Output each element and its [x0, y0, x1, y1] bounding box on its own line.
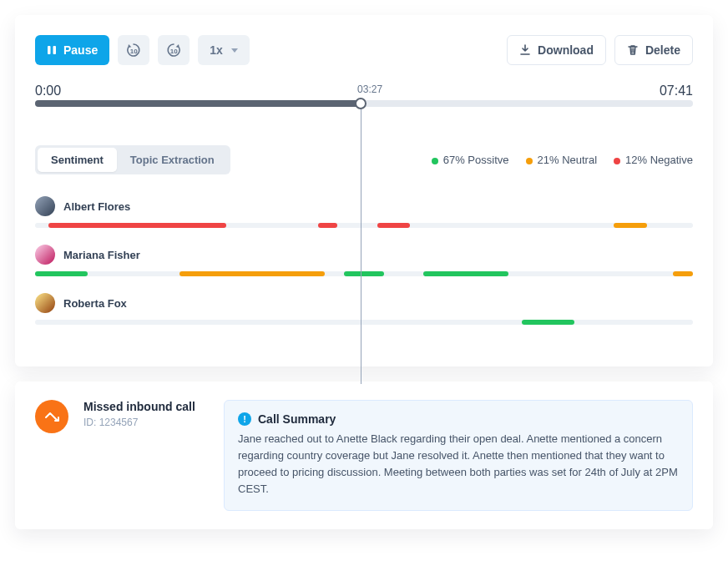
sentiment-segment	[35, 271, 88, 276]
speaker-head: Roberta Fox	[35, 293, 693, 313]
sentiment-lane	[35, 320, 693, 325]
speakers-list: Albert FloresMariana FisherRoberta Fox	[35, 196, 693, 325]
analysis-tabs-row: Sentiment Topic Extraction 67% Possitve …	[35, 145, 693, 174]
missed-call-title: Missed inbound call	[83, 400, 209, 413]
sentiment-segment	[48, 223, 226, 228]
speaker-name: Roberta Fox	[63, 297, 127, 310]
sentiment-segment	[614, 223, 646, 228]
skip-back-button[interactable]: 10	[118, 35, 149, 65]
sentiment-segment	[377, 223, 410, 228]
legend-neutral: 21% Neutral	[526, 154, 598, 166]
time-labels: 0:00 03:27 07:41	[35, 83, 693, 95]
player-toolbar: Pause 10 10 1x Download	[35, 35, 693, 65]
skip-forward-button[interactable]: 10	[158, 35, 190, 65]
avatar	[35, 196, 55, 216]
missed-call-meta: Missed inbound call ID: 1234567	[83, 400, 209, 428]
dot-positive-icon	[432, 158, 438, 164]
summary-heading: Call Summary	[258, 412, 336, 426]
info-icon: !	[238, 412, 251, 426]
time-end: 07:41	[660, 83, 693, 99]
dot-neutral-icon	[526, 158, 533, 164]
timeline-block: Sentiment Topic Extraction 67% Possitve …	[35, 100, 693, 325]
speed-select[interactable]: 1x	[198, 35, 250, 65]
pause-icon	[47, 45, 57, 55]
sentiment-segment	[344, 271, 383, 276]
avatar	[35, 245, 55, 265]
download-label: Download	[538, 43, 594, 57]
pause-button[interactable]: Pause	[35, 35, 109, 65]
svg-rect-0	[48, 46, 51, 54]
player-card: Pause 10 10 1x Download	[15, 15, 713, 366]
sentiment-segment	[423, 271, 508, 276]
speaker-name: Mariana Fisher	[63, 249, 140, 261]
svg-rect-1	[53, 46, 57, 54]
legend-negative: 12% Negative	[614, 154, 693, 166]
sentiment-segment	[318, 223, 338, 228]
legend-positive: 67% Possitve	[432, 154, 509, 166]
speaker-row: Roberta Fox	[35, 293, 693, 325]
delete-label: Delete	[645, 43, 680, 57]
download-button[interactable]: Download	[507, 35, 606, 65]
tab-sentiment[interactable]: Sentiment	[38, 148, 117, 172]
sentiment-lane	[35, 223, 693, 228]
tab-topic-extraction[interactable]: Topic Extraction	[117, 148, 228, 172]
sentiment-segment	[522, 320, 574, 325]
avatar	[35, 293, 55, 313]
download-icon	[519, 44, 531, 56]
speaker-row: Mariana Fisher	[35, 245, 693, 276]
analysis-tab-group: Sentiment Topic Extraction	[35, 145, 230, 174]
skip-forward-icon: 10	[165, 42, 182, 58]
playhead-line	[361, 100, 361, 384]
speaker-row: Albert Flores	[35, 196, 693, 228]
trash-icon	[627, 44, 639, 56]
speaker-head: Mariana Fisher	[35, 245, 693, 265]
time-current: 03:27	[357, 83, 382, 95]
sentiment-segment	[179, 271, 324, 276]
skip-back-icon: 10	[125, 42, 142, 58]
time-start: 0:00	[35, 83, 61, 99]
sentiment-legend: 67% Possitve 21% Neutral 12% Negative	[432, 154, 693, 166]
dot-negative-icon	[614, 158, 620, 164]
call-summary-box: ! Call Summary Jane reached out to Anett…	[224, 400, 693, 511]
speaker-head: Albert Flores	[35, 196, 693, 216]
seek-progress	[35, 100, 361, 107]
speaker-name: Albert Flores	[63, 200, 130, 213]
sentiment-lane	[35, 271, 693, 276]
speed-label: 1x	[210, 43, 223, 57]
summary-body: Jane reached out to Anette Black regardi…	[238, 431, 679, 498]
summary-card: Missed inbound call ID: 1234567 ! Call S…	[15, 381, 713, 529]
missed-call-icon	[35, 400, 68, 433]
delete-button[interactable]: Delete	[614, 35, 693, 65]
chevron-down-icon	[231, 48, 238, 53]
pause-label: Pause	[63, 43, 98, 57]
sentiment-segment	[673, 271, 693, 276]
timeline: 0:00 03:27 07:41 Sentiment Topic Extract…	[35, 83, 693, 325]
playhead-handle[interactable]	[355, 98, 367, 109]
missed-call-id: ID: 1234567	[83, 417, 209, 428]
